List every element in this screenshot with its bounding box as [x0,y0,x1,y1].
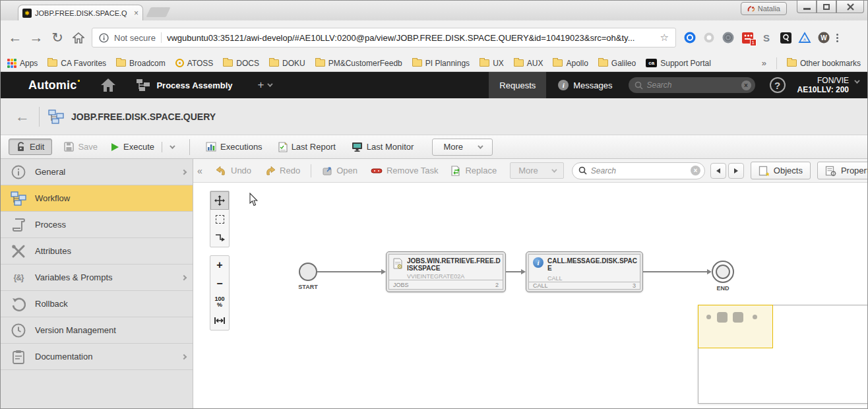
extension-fingerprint-icon[interactable] [721,30,735,45]
open-button[interactable]: Open [322,166,357,175]
url-text[interactable]: vwgubuntu03:35121/awi-develop/#AE10LLV:0… [167,33,655,43]
back-navigation-button[interactable]: ← [15,108,30,125]
bookmarks-overflow-button[interactable]: » [762,58,766,68]
global-search-input[interactable] [647,80,737,90]
other-bookmarks-button[interactable]: Other bookmarks [787,59,861,68]
replace-button[interactable]: Replace [451,166,497,176]
task-node-call[interactable]: i CALL.MESSAGE.DISK.SPACE CALL CALL 3 [526,251,643,292]
bookmark-aux[interactable]: AUX [514,59,543,68]
executions-button[interactable]: Executions [206,142,263,152]
extension-s-icon[interactable]: S [759,30,774,45]
zoom-in-button[interactable]: + [210,256,229,274]
extension-w-icon[interactable]: W [817,30,831,45]
connector-line[interactable] [643,271,707,272]
sidebar-item-version-management[interactable]: Version Management [1,317,193,344]
bookmark-apollo[interactable]: Apollo [553,59,588,68]
bookmark-pi-plannings[interactable]: PI Plannings [412,59,470,68]
extension-keyhole-icon[interactable] [778,30,793,45]
sidebar-item-rollback[interactable]: Rollback [1,291,193,317]
canvas-search[interactable]: × [572,162,705,179]
search-next-button[interactable] [728,163,744,179]
save-button[interactable]: Save [64,142,98,152]
connector-line[interactable] [317,271,383,272]
extension-red-badge-icon[interactable]: 1 [740,30,755,45]
extension-blue-circle-icon[interactable] [683,30,697,45]
last-monitor-button[interactable]: Last Monitor [352,142,414,152]
task-node-jobs[interactable]: JOBS.WIN.RETRIEVE.FREE.DISKSPACE VVIEINT… [386,251,506,292]
remove-task-button[interactable]: Remove Task [371,166,439,175]
fit-width-button[interactable] [210,311,229,330]
reload-button[interactable]: ↻ [47,30,68,46]
sidebar-item-general[interactable]: General [1,159,193,185]
maximize-button[interactable] [817,1,836,13]
extension-gray-circle-icon[interactable] [702,30,716,45]
execute-button[interactable]: Execute [111,142,173,152]
zoom-100-button[interactable]: 100% [210,293,229,311]
marquee-select-button[interactable] [210,210,229,228]
home-button[interactable] [68,32,89,44]
canvas-more-button[interactable]: More [510,162,564,179]
search-prev-button[interactable] [710,163,726,179]
minimap[interactable]: ↘ [698,305,868,404]
bookmark-support-portal[interactable]: caSupport Portal [646,59,711,68]
properties-panel-button[interactable]: Properties [817,162,868,179]
remove-task-icon [371,168,383,174]
bookmark-broadcom[interactable]: Broadcom [116,59,166,68]
minimize-button[interactable] [797,1,817,13]
chrome-menu-icon[interactable] [836,34,838,42]
new-tab-button[interactable] [146,7,171,17]
objects-panel-button[interactable]: ★ Objects [751,162,811,179]
tab-close-icon[interactable]: × [134,9,139,17]
sidebar-item-variables[interactable]: {&} Variables & Prompts [1,265,193,291]
workflow-canvas[interactable]: + − 100% START [193,183,868,408]
forward-button[interactable]: → [26,30,47,46]
end-node[interactable] [712,261,734,283]
add-perspective-button[interactable]: + [258,79,272,92]
execute-dropdown-icon[interactable] [170,143,175,148]
user-menu[interactable]: FON/VIE AE10LLV: 200 [797,76,849,94]
security-label[interactable]: Not secure [114,33,156,43]
perspective-label: Process Assembly [156,80,232,90]
bookmark-galileo[interactable]: Galileo [598,59,636,68]
connector-tool-button[interactable] [210,228,229,247]
search-clear-icon[interactable]: × [741,80,751,90]
object-more-button[interactable]: More [432,139,493,156]
undo-button[interactable]: Undo [216,166,251,176]
close-button[interactable] [836,1,864,13]
zoom-out-button[interactable]: − [210,274,229,293]
last-report-button[interactable]: Last Report [278,142,336,152]
canvas-search-input[interactable] [591,166,687,175]
sidebar-item-attributes[interactable]: Attributes [1,238,193,265]
global-search[interactable]: × [629,77,755,93]
sidebar-item-documentation[interactable]: Documentation [1,344,193,370]
extension-triangle-icon[interactable]: A [797,30,812,45]
bookmark-apps[interactable]: Apps [7,59,38,68]
browser-tab[interactable]: ✱ JOBP.FREE.DISK.SPACE.Q × [18,5,143,20]
redo-button[interactable]: Redo [264,166,300,176]
edit-button[interactable]: Edit [9,139,52,155]
start-node[interactable] [299,263,317,281]
help-button[interactable]: ? [770,77,786,93]
bookmark-pm-feedback[interactable]: PM&CustomerFeedb [315,59,402,68]
search-clear-icon[interactable]: × [691,166,700,175]
back-button[interactable]: ← [5,30,26,46]
bookmark-atoss[interactable]: ATOSS [175,59,214,68]
automic-logo[interactable]: Automic [28,79,77,92]
zoom-palette: + − 100% [210,255,230,330]
bookmark-ux[interactable]: UX [480,59,504,68]
collapse-sidebar-button[interactable]: « [193,166,206,176]
messages-button[interactable]: i Messages [558,80,612,90]
sidebar-item-process[interactable]: Process [1,212,193,238]
perspective-process-assembly[interactable]: Process Assembly [136,79,232,92]
app-home-button[interactable] [100,78,116,92]
sidebar-item-workflow[interactable]: Workflow [1,185,193,212]
address-bar[interactable]: Not secure vwgubuntu03:35121/awi-develop… [92,28,676,47]
minimap-viewport[interactable] [698,305,773,348]
bookmark-doku[interactable]: DOKU [269,59,305,68]
requests-tab[interactable]: Requests [489,72,546,98]
profile-badge[interactable]: Natalia [741,2,787,15]
pan-tool-button[interactable] [210,191,229,210]
bookmark-docs[interactable]: DOCS [223,59,259,68]
bookmark-ca-favorites[interactable]: CA Favorites [47,59,106,68]
bookmark-star-icon[interactable]: ☆ [660,32,669,44]
